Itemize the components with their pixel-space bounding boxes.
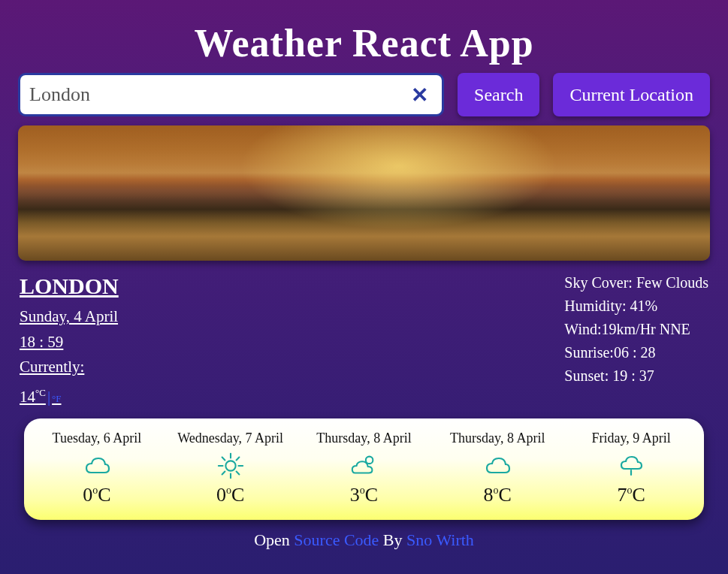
hero-image [18, 125, 710, 261]
source-code-link[interactable]: Source Code [294, 530, 379, 549]
forecast-temp: 0oC [167, 484, 295, 506]
footer-text-1: Open [254, 530, 294, 549]
sky-cover: Sky Cover: Few Clouds [564, 271, 708, 295]
forecast-day-label: Thursday, 8 April [433, 430, 561, 446]
forecast-temp: 0oC [33, 484, 161, 506]
forecast-temp: 7oC [567, 484, 695, 506]
svg-line-8 [222, 472, 225, 475]
search-input[interactable] [29, 83, 406, 106]
footer: Open Source Code By Sno Wirth [18, 530, 710, 550]
forecast-day: Friday, 9 April7oC [567, 430, 695, 506]
search-button[interactable]: Search [458, 73, 539, 116]
sunrise: Sunrise:06 : 28 [564, 341, 708, 364]
svg-line-5 [222, 458, 225, 461]
footer-text-2: By [379, 530, 406, 549]
weather-icon [300, 451, 427, 481]
forecast-day-label: Thursday, 8 April [300, 430, 427, 446]
weather-icon [433, 451, 561, 481]
search-input-wrap: ✕ [18, 73, 444, 116]
svg-point-0 [225, 461, 235, 471]
search-row: ✕ Search Current Location [18, 73, 710, 116]
weather-icon [33, 451, 161, 481]
unit-divider: | [47, 388, 50, 406]
humidity: Humidity: 41% [564, 295, 708, 318]
info-row: LONDON Sunday, 4 April 18 : 59 Currently… [18, 268, 710, 409]
app-title: Weather React App [18, 21, 710, 65]
currently-label: Currently: [20, 355, 119, 380]
current-date: Sunday, 4 April [20, 304, 119, 330]
temp-value: 14 [20, 388, 35, 406]
sunset: Sunset: 19 : 37 [564, 364, 708, 388]
unit-fahrenheit[interactable]: °F [52, 393, 61, 404]
forecast-day-label: Wednesday, 7 April [167, 430, 295, 446]
svg-line-7 [236, 458, 239, 461]
weather-icon [567, 451, 695, 481]
current-time: 18 : 59 [20, 330, 119, 355]
wind: Wind:19km/Hr NNE [564, 318, 708, 341]
current-summary: LONDON Sunday, 4 April 18 : 59 Currently… [20, 268, 119, 409]
forecast-day: Tuesday, 6 April0oC [33, 430, 161, 506]
forecast-temp: 3oC [300, 484, 427, 506]
current-temp: 14°C|°F [20, 385, 119, 410]
forecast-day: Thursday, 8 April3oC [300, 430, 427, 506]
city-name: LONDON [20, 268, 119, 304]
forecast-day-label: Friday, 9 April [567, 430, 695, 446]
forecast-day: Wednesday, 7 April0oC [167, 430, 295, 506]
weather-details: Sky Cover: Few Clouds Humidity: 41% Wind… [564, 268, 708, 409]
author-link[interactable]: Sno Wirth [406, 530, 474, 549]
forecast-temp: 8oC [433, 484, 561, 506]
current-location-button[interactable]: Current Location [553, 73, 710, 116]
forecast-panel: Tuesday, 6 April0oCWednesday, 7 April0oC… [24, 418, 704, 520]
unit-celsius[interactable]: °C [35, 387, 46, 398]
forecast-day-label: Tuesday, 6 April [33, 430, 161, 446]
clear-icon[interactable]: ✕ [406, 83, 433, 107]
weather-icon [167, 451, 295, 481]
svg-line-6 [236, 472, 239, 475]
forecast-day: Thursday, 8 April8oC [433, 430, 561, 506]
